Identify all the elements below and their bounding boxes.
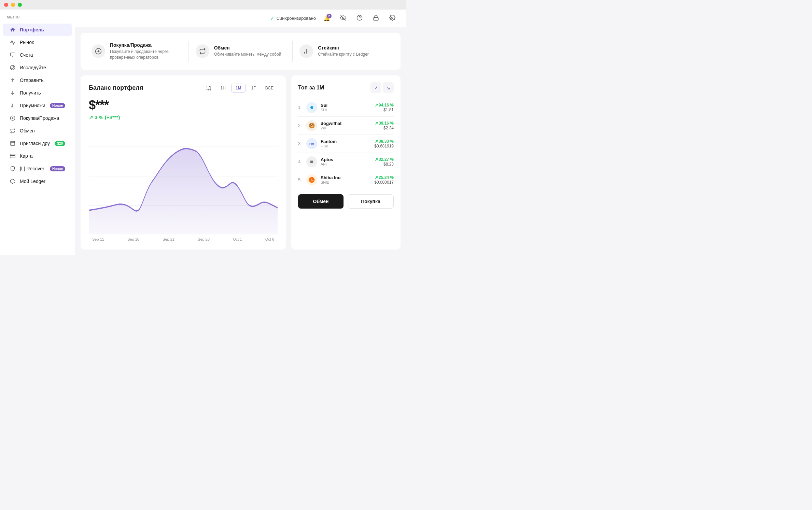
ftm-logo: FTM [306, 138, 317, 149]
settings-button[interactable] [387, 13, 398, 24]
accounts-icon [10, 52, 16, 58]
help-button[interactable] [354, 13, 365, 24]
sidebar-item-receive[interactable]: Получить [3, 87, 72, 99]
top-list-item[interactable]: 2 🐕 dogwifhat WIF ↗ 39.16 % $2.34 [298, 117, 394, 135]
coin-ticker: FTM [321, 144, 371, 148]
sidebar-item-invite[interactable]: Пригласи дру $20 [3, 137, 72, 150]
sidebar-item-swap[interactable]: Обмен [3, 125, 72, 137]
sidebar-item-label: Отправить [20, 77, 43, 83]
close-button[interactable] [4, 3, 8, 7]
wif-logo: 🐕 [306, 120, 317, 131]
time-filter-1Г[interactable]: 1Г [247, 84, 260, 93]
lock-button[interactable] [370, 13, 381, 24]
coin-price: $8.23 [375, 162, 394, 167]
time-filter-1Н[interactable]: 1Н [216, 84, 230, 93]
sync-icon: ✓ [270, 15, 275, 22]
chart-container [89, 127, 278, 235]
sidebar-item-buysell[interactable]: Покупка/Продажа [3, 112, 72, 124]
rank-number: 1 [298, 105, 303, 110]
time-filter-1М[interactable]: 1М [231, 84, 246, 93]
main-panels: Баланс портфеля 1Д1Н1М1ГВСЕ $*** ↗ 3 % (… [81, 75, 401, 250]
top-list-item[interactable]: 4 Aptos APT ↗ 32.27 % $8.23 [298, 153, 394, 171]
sidebar-item-myledger[interactable]: Мой Ledger [3, 175, 72, 187]
coin-info: dogwifhat WIF [321, 121, 371, 130]
sidebar-badge-invite: $20 [55, 141, 65, 146]
sync-text: Синхронизировано [277, 16, 316, 21]
sidebar-item-card[interactable]: Карта [3, 150, 72, 162]
buy-button[interactable]: Покупка [348, 194, 394, 209]
notifications-button[interactable]: 🔔 2 [321, 13, 332, 24]
recover-icon [10, 166, 16, 172]
card-icon [10, 153, 16, 159]
change-percent: 3 % [95, 114, 103, 120]
quick-action-text: Покупка/Продажа Покупайте и продавайте ч… [110, 42, 182, 60]
quick-action-staking[interactable]: Стейкинг Стейкайте крипту с Ledger [297, 40, 392, 63]
sidebar-item-portfolio[interactable]: Портфель [3, 24, 72, 36]
rank-number: 2 [298, 123, 303, 128]
myledger-icon [10, 178, 16, 184]
chart-date-label: Oct 6 [265, 237, 274, 241]
sidebar-item-label: Обмен [20, 128, 35, 133]
top-list-item[interactable]: 3 FTM Fantom FTM ↗ 38.33 % $0.681919 [298, 135, 394, 153]
sidebar-badge-recover: Новое [50, 166, 65, 171]
notification-badge: 2 [327, 14, 332, 18]
chart-date-label: Sep 26 [198, 237, 210, 241]
rank-number: 4 [298, 159, 303, 164]
time-filters: 1Д1Н1М1ГВСЕ [202, 84, 278, 93]
exchange-button[interactable]: Обмен [298, 194, 344, 209]
explore-icon [10, 65, 16, 71]
topbar: ✓ Синхронизировано 🔔 2 [75, 10, 406, 27]
top-movers-panel: Топ за 1М ↗ ↘ 1 Sui SU [291, 75, 401, 250]
arrow-down-button[interactable]: ↘ [383, 82, 394, 93]
chart-date-label: Sep 21 [163, 237, 174, 241]
top-list-item[interactable]: 5 🐕 Shiba Inu SHIB ↗ 25.24 % $0.000017 [298, 171, 394, 189]
svg-text:🐕: 🐕 [310, 179, 314, 182]
sidebar-item-earn[interactable]: Приумножи Новое [3, 99, 72, 112]
sidebar-item-explore[interactable]: Исследуйте [3, 61, 72, 74]
portfolio-chart [89, 127, 278, 235]
chart-date-label: Sep 11 [92, 237, 104, 241]
coin-name: Sui [321, 103, 371, 108]
coin-change: ↗ 94.16 % [375, 103, 394, 108]
sidebar-item-label: Приумножи [20, 103, 45, 108]
sidebar-item-send[interactable]: Отправить [3, 74, 72, 86]
sidebar-item-label: Исследуйте [20, 65, 46, 70]
coin-info: Sui SUI [321, 103, 371, 112]
sidebar: МЕНЮ Портфель Рынок Счета Исследуйте Отп… [0, 10, 75, 255]
svg-text:🐕: 🐕 [310, 124, 314, 128]
quick-actions: Покупка/Продажа Покупайте и продавайте ч… [81, 33, 401, 70]
quick-action-desc: Обменивайте монеты между собой [214, 52, 281, 57]
rank-number: 3 [298, 141, 303, 146]
buysell-icon [10, 115, 16, 121]
visibility-button[interactable] [338, 13, 349, 24]
coin-ticker: APT [321, 162, 371, 166]
market-icon [10, 39, 16, 45]
sidebar-item-label: Мой Ledger [20, 179, 45, 184]
quick-action-swap[interactable]: Обмен Обменивайте монеты между собой [193, 40, 289, 63]
sui-logo [306, 102, 317, 113]
change-arrow-icon: ↗ [89, 114, 93, 121]
coin-info: Fantom FTM [321, 139, 371, 148]
sidebar-item-label: Покупка/Продажа [20, 115, 59, 121]
sidebar-item-recover[interactable]: [L] Recover Новое [3, 162, 72, 175]
main-content: ✓ Синхронизировано 🔔 2 [75, 10, 406, 255]
up-arrow-icon: ↗ [375, 175, 378, 180]
portfolio-change: ↗ 3 % (+$***) [89, 114, 278, 121]
divider [188, 41, 189, 62]
maximize-button[interactable] [18, 3, 22, 7]
minimize-button[interactable] [11, 3, 15, 7]
portfolio-balance: $*** [89, 98, 278, 112]
gear-icon [389, 15, 395, 22]
quick-action-buysell[interactable]: Покупка/Продажа Покупайте и продавайте ч… [89, 40, 184, 63]
top-list-item[interactable]: 1 Sui SUI ↗ 94.16 % $1.81 [298, 99, 394, 117]
sidebar-item-market[interactable]: Рынок [3, 36, 72, 48]
quick-action-text: Обмен Обменивайте монеты между собой [214, 45, 281, 57]
coin-price: $0.681919 [374, 144, 394, 148]
time-filter-1Д[interactable]: 1Д [202, 84, 215, 93]
question-icon [356, 15, 363, 22]
arrow-up-button[interactable]: ↗ [370, 82, 381, 93]
arrow-up-icon: ↗ [374, 85, 378, 90]
rank-number: 5 [298, 177, 303, 182]
sidebar-item-accounts[interactable]: Счета [3, 49, 72, 61]
time-filter-ВСЕ[interactable]: ВСЕ [261, 84, 278, 93]
